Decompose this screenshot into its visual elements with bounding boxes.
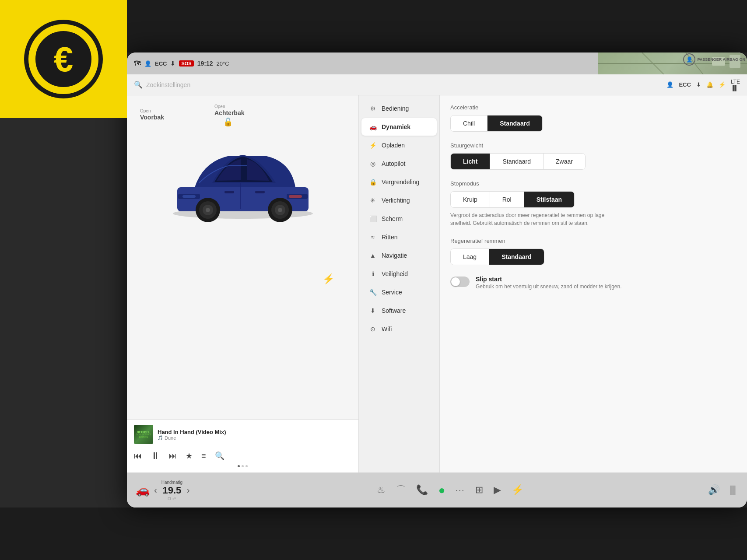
search-input[interactable]: Zoekinstellingen xyxy=(146,81,663,88)
music-info: DECIBEL COLLECTOR'SEDITION Hand In Hand … xyxy=(134,425,351,444)
music-subtitle: 🎵 Dune xyxy=(158,435,351,441)
achterbak-label: Achterbak xyxy=(214,109,244,116)
progress-dots xyxy=(134,465,351,467)
service-icon: 🔧 xyxy=(368,289,377,296)
taskbar-grid-icon[interactable]: ⊞ xyxy=(475,484,483,496)
sidebar-label-dynamiek: Dynamiek xyxy=(382,123,410,130)
sidebar-item-dynamiek[interactable]: 🚗 Dynamiek xyxy=(361,118,437,136)
stopmodus-rol-btn[interactable]: Rol xyxy=(490,192,524,207)
bezel-bottom xyxy=(0,508,747,560)
signal-icon: LTE▐▌ xyxy=(731,79,740,91)
stopmodus-stilstaan-btn[interactable]: Stilstaan xyxy=(524,192,574,207)
acceleratie-standaard-btn[interactable]: Standaard xyxy=(487,116,542,131)
status-time: 19:12 xyxy=(197,60,213,67)
svg-point-20 xyxy=(278,208,282,212)
album-art: DECIBEL COLLECTOR'SEDITION xyxy=(134,425,153,444)
map-icon[interactable]: 🗺 xyxy=(134,60,141,67)
pause-button[interactable]: ⏸ xyxy=(151,450,160,462)
bluetooth-icon-header[interactable]: ⚡ xyxy=(719,81,726,88)
climate-temp[interactable]: 19.5 xyxy=(162,485,181,496)
status-temp: 20°C xyxy=(217,60,229,67)
climate-sub-icons: ◻ ⇄ xyxy=(168,496,176,500)
search-icon: 🔍 xyxy=(134,80,143,89)
stuurgewicht-standaard-btn[interactable]: Standaard xyxy=(490,154,544,169)
sidebar-item-navigatie[interactable]: ▲ Navigatie xyxy=(361,247,437,264)
sidebar-item-veiligheid[interactable]: ℹ Veiligheid xyxy=(361,265,437,283)
download-icon-header[interactable]: ⬇ xyxy=(696,81,701,88)
voorbak-container: Open Voorbak xyxy=(140,108,164,121)
taskbar-media-icon[interactable]: ▶ xyxy=(494,484,501,496)
scherm-icon: ⬜ xyxy=(368,215,377,222)
svg-point-16 xyxy=(206,208,210,212)
taskbar-phone-icon[interactable]: 📞 xyxy=(416,484,428,496)
content-area: Open Voorbak Open Achterbak 🔓 xyxy=(127,95,747,472)
search-music-button[interactable]: 🔍 xyxy=(215,451,224,461)
veiligheid-icon: ℹ xyxy=(368,270,377,277)
slip-start-toggle[interactable] xyxy=(450,276,470,287)
sidebar-label-scherm: Scherm xyxy=(382,215,403,222)
taskbar-car-icon[interactable]: 🚗 xyxy=(136,483,150,497)
regeneratief-standaard-btn[interactable]: Standaard xyxy=(489,249,544,265)
sos-badge[interactable]: SOS xyxy=(179,60,193,66)
tesla-screen: 🗺 👤 ECC ⬇ SOS 19:12 20°C xyxy=(127,52,747,508)
taskbar-volume-icon[interactable]: 🔊 xyxy=(708,484,720,496)
settings-panel: Acceleratie Chill Standaard Stuurgewicht… xyxy=(440,95,747,472)
taskbar: 🚗 ‹ Handmatig 19.5 ◻ ⇄ › ♨ ⌒ 📞 ● ··· xyxy=(127,472,747,508)
download-icon: ⬇ xyxy=(170,60,175,67)
taskbar-arrow-right[interactable]: › xyxy=(187,485,190,495)
sidebar-item-wifi[interactable]: ⊙ Wifi xyxy=(361,320,437,338)
sidebar-item-service[interactable]: 🔧 Service xyxy=(361,284,437,301)
music-title: Hand In Hand (Video Mix) xyxy=(158,429,351,435)
bell-icon[interactable]: 🔔 xyxy=(706,81,713,88)
taskbar-heat-icon[interactable]: ♨ xyxy=(377,484,386,496)
sidebar-item-opladen[interactable]: ⚡ Opladen xyxy=(361,136,437,154)
stuurgewicht-zwaar-btn[interactable]: Zwaar xyxy=(544,154,585,169)
acceleratie-title: Acceleratie xyxy=(450,104,736,111)
sidebar-item-ritten[interactable]: ≈ Ritten xyxy=(361,228,437,246)
equalizer-button[interactable]: ≡ xyxy=(201,452,206,461)
stopmodus-button-group: Kruip Rol Stilstaan xyxy=(450,191,575,208)
ritten-icon: ≈ xyxy=(368,234,377,241)
stopmodus-kruip-btn[interactable]: Kruip xyxy=(451,192,490,207)
stuurgewicht-licht-btn[interactable]: Licht xyxy=(451,154,490,169)
taskbar-dots-icon[interactable]: ··· xyxy=(456,486,465,495)
voorbak-label: Voorbak xyxy=(140,114,164,121)
lock-icon: 🔓 xyxy=(223,117,233,127)
sidebar-item-autopilot[interactable]: ◎ Autopilot xyxy=(361,155,437,172)
taskbar-bluetooth-icon[interactable]: ⚡ xyxy=(512,484,523,496)
logo-area: € xyxy=(0,0,127,118)
music-player: DECIBEL COLLECTOR'SEDITION Hand In Hand … xyxy=(127,419,358,472)
sidebar-label-software: Software xyxy=(382,307,406,314)
sidebar-label-verlichting: Verlichting xyxy=(382,197,410,204)
sidebar-label-wifi: Wifi xyxy=(382,326,392,332)
taskbar-wiper-icon[interactable]: ⌒ xyxy=(396,483,406,497)
regeneratief-laag-btn[interactable]: Laag xyxy=(451,249,489,265)
next-button[interactable]: ⏭ xyxy=(169,452,177,461)
sidebar-label-opladen: Opladen xyxy=(382,142,405,149)
stuurgewicht-button-group: Licht Standaard Zwaar xyxy=(450,153,586,170)
sidebar-item-scherm[interactable]: ⬜ Scherm xyxy=(361,210,437,228)
navigatie-icon: ▲ xyxy=(368,252,377,259)
sidebar-label-navigatie: Navigatie xyxy=(382,252,407,259)
sidebar-item-verlichting[interactable]: ✳ Verlichting xyxy=(361,192,437,209)
taskbar-spotify-icon[interactable]: ● xyxy=(438,483,445,497)
svg-rect-22 xyxy=(224,191,234,193)
logo-svg: € xyxy=(28,24,98,94)
sidebar-item-bediening[interactable]: ⚙ Bediening xyxy=(361,100,437,117)
slip-start-text: Slip start Gebruik om het voertuig uit s… xyxy=(476,276,622,290)
sidebar-item-vergrendeling[interactable]: 🔒 Vergrendeling xyxy=(361,173,437,191)
sidebar-item-software[interactable]: ⬇ Software xyxy=(361,302,437,319)
prev-button[interactable]: ⏮ xyxy=(134,452,142,461)
regeneratief-button-group: Laag Standaard xyxy=(450,248,544,265)
regeneratief-section: Regeneratief remmen Laag Standaard xyxy=(450,238,736,265)
autopilot-icon: ◎ xyxy=(368,160,377,167)
taskbar-right: 🔊 ▐▌ xyxy=(668,484,738,496)
taskbar-volume-bar: ▐▌ xyxy=(727,486,738,495)
acceleratie-chill-btn[interactable]: Chill xyxy=(451,116,487,131)
favorite-button[interactable]: ★ xyxy=(186,451,193,461)
music-artist: Dune xyxy=(165,435,176,441)
sidebar-label-autopilot: Autopilot xyxy=(382,160,405,167)
stuurgewicht-section: Stuurgewicht Licht Standaard Zwaar xyxy=(450,142,736,170)
taskbar-arrow-left[interactable]: ‹ xyxy=(154,485,157,495)
charge-lightning-icon: ⚡ xyxy=(323,273,334,285)
